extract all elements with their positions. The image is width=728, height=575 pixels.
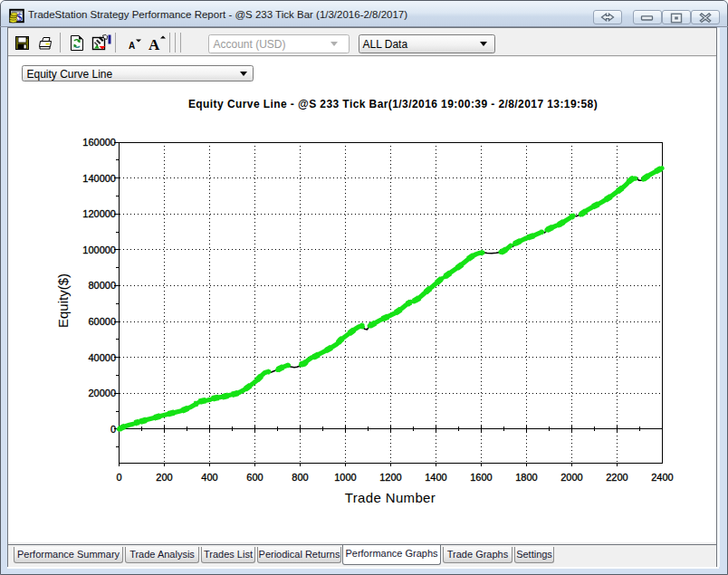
svg-text:A: A: [129, 41, 135, 50]
svg-text:$: $: [17, 11, 23, 24]
svg-text:A: A: [148, 36, 160, 52]
